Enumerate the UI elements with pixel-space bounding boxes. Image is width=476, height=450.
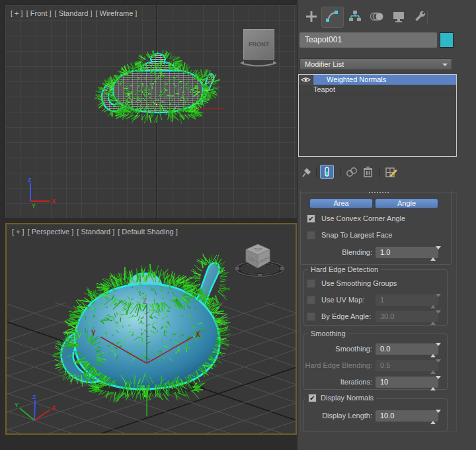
hard-edge-detection-title: Hard Edge Detection xyxy=(308,265,381,274)
modifier-list-dropdown[interactable]: Modifier List xyxy=(299,58,452,70)
spinner-down-arrow[interactable] xyxy=(436,359,441,371)
teapot-handle-wire xyxy=(102,82,127,111)
hard-edge-blending-spinner[interactable]: 0.5 xyxy=(376,360,438,371)
viewcube-front[interactable]: FRONT xyxy=(243,29,274,60)
use-uv-map-label: Use UV Map: xyxy=(321,296,364,304)
3dsmax-window: [ + ][ Front ][ Standard ][ Wireframe ] … xyxy=(0,0,476,450)
modifier-stack-row-label: Weighted Normals xyxy=(313,75,456,85)
use-smoothing-groups-label: Use Smoothing Groups xyxy=(321,279,397,288)
svg-text:TOP: TOP xyxy=(254,248,262,251)
area-button[interactable]: Area xyxy=(309,199,373,208)
spinner-down-arrow[interactable] xyxy=(436,310,441,322)
blending-spinner[interactable]: 1.0 xyxy=(376,247,438,258)
front-viewport[interactable]: [ + ][ Front ][ Standard ][ Wireframe ] … xyxy=(5,5,297,218)
viewport-menu-view[interactable]: [ Front ] xyxy=(26,9,52,17)
viewcube-perspective[interactable]: TOP LEFT FRONT xyxy=(231,236,294,283)
spinner-up-arrow[interactable] xyxy=(430,346,436,357)
svg-text:Y: Y xyxy=(15,402,19,408)
spinner-up-arrow[interactable] xyxy=(430,379,436,390)
teapot-lid-wire xyxy=(140,62,176,71)
by-edge-angle-checkbox[interactable] xyxy=(307,312,315,321)
svg-text:Z: Z xyxy=(32,394,36,400)
teapot-body-wire xyxy=(113,71,204,112)
blending-label: Blending: xyxy=(295,248,372,257)
viewport-menu-plus[interactable]: [ + ] xyxy=(11,9,23,17)
tab-motion[interactable] xyxy=(370,9,384,24)
pin-stack-button[interactable] xyxy=(301,167,313,178)
use-uv-map-checkbox[interactable] xyxy=(307,296,315,304)
perspective-axis-tripod: Z X Y xyxy=(13,391,60,431)
spinner-up-arrow[interactable] xyxy=(430,314,436,325)
use-convex-corner-angle-label: Use Convex Corner Angle xyxy=(321,214,405,223)
modifier-visibility-toggle[interactable] xyxy=(299,75,313,85)
teapot-knob xyxy=(128,273,162,292)
iterations-label: Iterations: xyxy=(295,378,372,386)
perspective-normals xyxy=(63,268,231,399)
viewport-menu-plus[interactable]: [ + ] xyxy=(12,228,24,236)
command-panel: Teapot001 Modifier List Weighted Normals… xyxy=(298,0,476,450)
spinner-down-arrow[interactable] xyxy=(436,246,441,257)
modifier-list-label: Modifier List xyxy=(305,60,344,68)
teapot-body xyxy=(75,284,219,389)
by-edge-angle-spinner[interactable]: 30.0 xyxy=(376,311,438,322)
use-uv-map-spinner[interactable]: 1 xyxy=(376,294,438,306)
teapot-spout-wire xyxy=(199,74,214,104)
tab-utilities[interactable] xyxy=(413,9,427,24)
spinner-up-arrow[interactable] xyxy=(430,297,436,308)
modifier-stack-row-teapot[interactable]: Teapot xyxy=(299,85,456,95)
viewport-menu-renderer[interactable]: [ Standard ] xyxy=(77,228,114,236)
eye-icon xyxy=(301,77,311,83)
snap-to-largest-face-checkbox[interactable] xyxy=(307,231,315,240)
pivot-y-label: Y xyxy=(91,330,96,337)
front-axis-tripod: Z X Y xyxy=(19,176,58,210)
tab-create[interactable] xyxy=(304,9,319,24)
spinner-up-arrow[interactable] xyxy=(430,249,436,261)
svg-text:X: X xyxy=(52,198,56,204)
snap-to-largest-face-label: Snap To Largest Face xyxy=(321,231,392,240)
use-smoothing-groups-checkbox[interactable] xyxy=(307,279,315,288)
teapot-spout xyxy=(194,263,219,317)
viewport-menu-shading[interactable]: [ Default Shading ] xyxy=(118,228,178,236)
svg-text:Z: Z xyxy=(28,177,32,183)
display-normals-header: Display Normals xyxy=(305,394,376,402)
viewport-menu-shading[interactable]: [ Wireframe ] xyxy=(95,9,137,17)
display-length-spinner[interactable]: 10.0 xyxy=(376,410,438,422)
tab-modify[interactable] xyxy=(325,9,339,24)
angle-button[interactable]: Angle xyxy=(375,199,438,208)
use-convex-corner-angle-checkbox[interactable] xyxy=(307,214,315,223)
object-color-swatch[interactable] xyxy=(440,32,454,48)
svg-text:Y: Y xyxy=(32,202,36,209)
smoothing-title: Smoothing xyxy=(308,330,348,338)
remove-modifier-button[interactable] xyxy=(362,165,374,178)
configure-modifier-sets-button[interactable] xyxy=(385,165,398,179)
test-tube-icon xyxy=(321,165,333,178)
front-viewport-label: [ + ][ Front ][ Standard ][ Wireframe ] xyxy=(11,9,140,17)
display-normals-checkbox[interactable] xyxy=(308,394,317,402)
spinner-down-arrow[interactable] xyxy=(436,294,441,305)
display-length-label: Display Length: xyxy=(295,412,372,420)
viewport-menu-view[interactable]: [ Perspective ] xyxy=(28,228,74,236)
iterations-spinner[interactable]: 10 xyxy=(376,377,438,388)
modifier-stack-row-weighted-normals[interactable]: Weighted Normals xyxy=(299,75,456,85)
viewcube-rotate-arrows-icon[interactable] xyxy=(235,60,282,70)
viewport-menu-renderer[interactable]: [ Standard ] xyxy=(55,9,93,17)
spinner-down-arrow[interactable] xyxy=(436,343,441,354)
object-name-field[interactable]: Teapot001 xyxy=(299,32,437,48)
perspective-viewport[interactable]: X Y Z [ + ][ Perspective ][ Standard ][ … xyxy=(5,223,297,435)
tab-hierarchy[interactable] xyxy=(348,9,362,24)
display-normals-title: Display Normals xyxy=(321,394,374,402)
spinner-up-arrow[interactable] xyxy=(430,363,436,374)
pivot-x-label: X xyxy=(196,331,200,338)
tab-display[interactable] xyxy=(391,9,406,24)
pivot-z-label: Z xyxy=(143,298,147,305)
chevron-down-icon xyxy=(442,64,448,66)
spinner-up-arrow[interactable] xyxy=(430,413,436,424)
show-end-result-button[interactable] xyxy=(320,165,334,179)
teapot-handle xyxy=(61,330,100,382)
smoothing-label: Smoothing: xyxy=(295,345,372,353)
spinner-down-arrow[interactable] xyxy=(436,410,441,421)
make-unique-button[interactable] xyxy=(345,166,358,178)
smoothing-spinner[interactable]: 0.0 xyxy=(376,343,438,355)
spinner-down-arrow[interactable] xyxy=(436,376,441,387)
tab-bar-divider xyxy=(427,11,428,24)
